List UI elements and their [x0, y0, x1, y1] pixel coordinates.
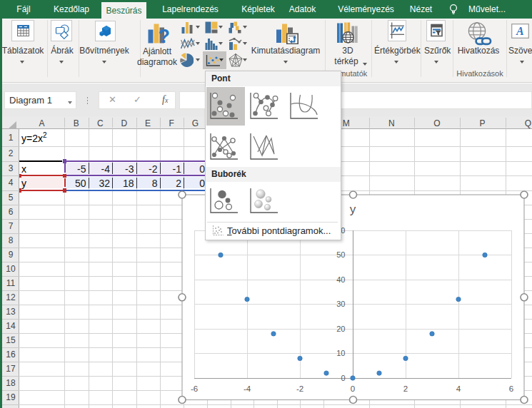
svg-text:30: 30 [336, 300, 345, 308]
svg-text:-6: -6 [191, 384, 198, 393]
svg-text:2: 2 [403, 384, 408, 393]
svg-text:-4: -4 [244, 384, 251, 393]
svg-text:40: 40 [336, 275, 345, 284]
svg-text:0: 0 [341, 374, 345, 382]
svg-text:A: A [516, 25, 524, 37]
svg-text:?: ? [159, 26, 171, 44]
svg-text:10: 10 [336, 349, 345, 357]
svg-text:50: 50 [336, 250, 345, 259]
svg-text:20: 20 [336, 325, 345, 333]
svg-text:6: 6 [509, 384, 513, 393]
svg-text:y: y [350, 203, 356, 216]
svg-text:0: 0 [351, 384, 355, 393]
svg-text:4: 4 [456, 384, 461, 393]
svg-text:-2: -2 [296, 384, 303, 393]
